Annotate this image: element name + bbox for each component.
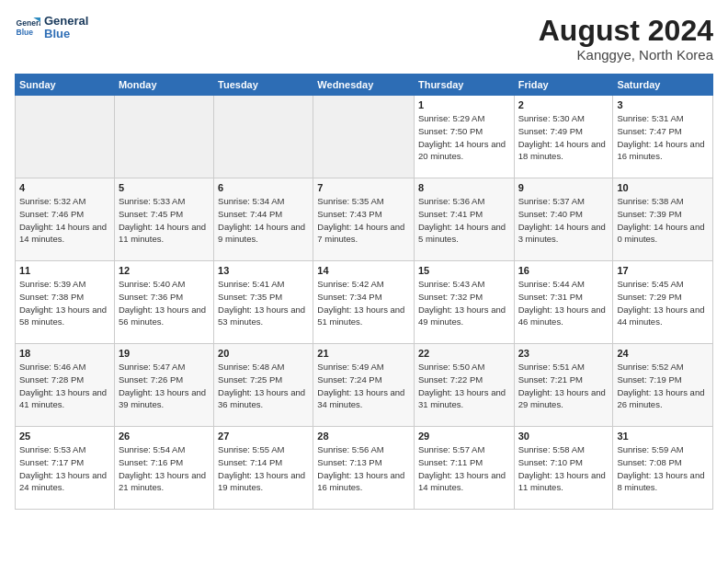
day-number: 10 [617,182,709,193]
day-number: 29 [418,431,510,442]
calendar-cell: 16Sunrise: 5:44 AMSunset: 7:31 PMDayligh… [514,261,613,344]
day-number: 22 [418,348,510,359]
day-number: 14 [317,265,410,276]
calendar-cell: 17Sunrise: 5:45 AMSunset: 7:29 PMDayligh… [613,261,713,344]
day-header-monday: Monday [114,75,213,96]
day-number: 3 [617,99,709,110]
day-info: Sunrise: 5:58 AMSunset: 7:10 PMDaylight:… [518,443,609,494]
day-info: Sunrise: 5:37 AMSunset: 7:40 PMDaylight:… [518,195,609,246]
day-info: Sunrise: 5:41 AMSunset: 7:35 PMDaylight:… [218,278,309,328]
calendar-cell: 19Sunrise: 5:47 AMSunset: 7:26 PMDayligh… [114,344,213,427]
calendar-cell [114,96,213,178]
calendar-cell [214,96,313,178]
calendar-cell: 4Sunrise: 5:32 AMSunset: 7:46 PMDaylight… [16,178,115,261]
calendar-cell: 22Sunrise: 5:50 AMSunset: 7:22 PMDayligh… [414,344,514,427]
calendar-cell: 3Sunrise: 5:31 AMSunset: 7:47 PMDaylight… [613,96,713,178]
day-number: 26 [119,431,210,442]
day-info: Sunrise: 5:38 AMSunset: 7:39 PMDaylight:… [617,195,709,246]
calendar-cell [16,96,115,178]
day-number: 2 [518,99,609,110]
calendar-cell: 8Sunrise: 5:36 AMSunset: 7:41 PMDaylight… [414,178,514,261]
calendar-cell: 30Sunrise: 5:58 AMSunset: 7:10 PMDayligh… [514,427,613,510]
page-header: General Blue General Blue August 2024 Ka… [15,15,713,63]
day-header-sunday: Sunday [16,75,115,96]
day-info: Sunrise: 5:52 AMSunset: 7:19 PMDaylight:… [617,361,709,411]
day-number: 19 [119,348,210,359]
calendar-cell: 23Sunrise: 5:51 AMSunset: 7:21 PMDayligh… [514,344,613,427]
day-header-thursday: Thursday [414,75,514,96]
day-number: 17 [617,265,709,276]
day-number: 28 [317,431,410,442]
calendar-cell: 31Sunrise: 5:59 AMSunset: 7:08 PMDayligh… [613,427,713,510]
day-info: Sunrise: 5:53 AMSunset: 7:17 PMDaylight:… [19,443,110,494]
day-number: 21 [317,348,410,359]
calendar-cell: 29Sunrise: 5:57 AMSunset: 7:11 PMDayligh… [414,427,514,510]
title-block: August 2024 Kanggye, North Korea [539,15,713,63]
logo-text: General Blue [44,15,88,41]
day-number: 9 [518,182,609,193]
calendar-cell: 12Sunrise: 5:40 AMSunset: 7:36 PMDayligh… [114,261,213,344]
day-header-tuesday: Tuesday [214,75,313,96]
day-number: 25 [19,431,110,442]
calendar-cell: 10Sunrise: 5:38 AMSunset: 7:39 PMDayligh… [613,178,713,261]
logo: General Blue General Blue [15,15,88,41]
day-number: 31 [617,431,709,442]
calendar-table: SundayMondayTuesdayWednesdayThursdayFrid… [15,74,713,510]
subtitle: Kanggye, North Korea [539,47,713,63]
day-info: Sunrise: 5:51 AMSunset: 7:21 PMDaylight:… [518,361,609,411]
calendar-cell: 13Sunrise: 5:41 AMSunset: 7:35 PMDayligh… [214,261,313,344]
day-info: Sunrise: 5:59 AMSunset: 7:08 PMDaylight:… [617,443,709,494]
svg-text:Blue: Blue [17,28,34,37]
calendar-cell: 20Sunrise: 5:48 AMSunset: 7:25 PMDayligh… [214,344,313,427]
day-info: Sunrise: 5:39 AMSunset: 7:38 PMDaylight:… [19,278,110,328]
calendar-week-4: 18Sunrise: 5:46 AMSunset: 7:28 PMDayligh… [16,344,713,427]
calendar-cell: 26Sunrise: 5:54 AMSunset: 7:16 PMDayligh… [114,427,213,510]
day-number: 18 [19,348,110,359]
calendar-cell: 15Sunrise: 5:43 AMSunset: 7:32 PMDayligh… [414,261,514,344]
calendar-cell: 5Sunrise: 5:33 AMSunset: 7:45 PMDaylight… [114,178,213,261]
day-number: 1 [418,99,510,110]
calendar-cell: 24Sunrise: 5:52 AMSunset: 7:19 PMDayligh… [613,344,713,427]
day-number: 7 [317,182,410,193]
day-info: Sunrise: 5:42 AMSunset: 7:34 PMDaylight:… [317,278,410,328]
main-title: August 2024 [539,15,713,47]
calendar-cell: 14Sunrise: 5:42 AMSunset: 7:34 PMDayligh… [313,261,415,344]
day-info: Sunrise: 5:55 AMSunset: 7:14 PMDaylight:… [218,443,309,494]
logo-general: General [44,15,88,28]
day-number: 16 [518,265,609,276]
day-number: 13 [218,265,309,276]
svg-text:General: General [17,19,40,29]
day-number: 27 [218,431,309,442]
day-info: Sunrise: 5:57 AMSunset: 7:11 PMDaylight:… [418,443,510,494]
calendar-cell: 11Sunrise: 5:39 AMSunset: 7:38 PMDayligh… [16,261,115,344]
calendar-cell: 6Sunrise: 5:34 AMSunset: 7:44 PMDaylight… [214,178,313,261]
day-info: Sunrise: 5:40 AMSunset: 7:36 PMDaylight:… [119,278,210,328]
day-number: 11 [19,265,110,276]
day-info: Sunrise: 5:35 AMSunset: 7:43 PMDaylight:… [317,195,410,246]
day-info: Sunrise: 5:46 AMSunset: 7:28 PMDaylight:… [19,361,110,411]
logo-blue: Blue [44,28,88,40]
calendar-cell: 21Sunrise: 5:49 AMSunset: 7:24 PMDayligh… [313,344,415,427]
day-info: Sunrise: 5:43 AMSunset: 7:32 PMDaylight:… [418,278,510,328]
calendar-week-3: 11Sunrise: 5:39 AMSunset: 7:38 PMDayligh… [16,261,713,344]
day-info: Sunrise: 5:33 AMSunset: 7:45 PMDaylight:… [119,195,210,246]
day-number: 8 [418,182,510,193]
day-info: Sunrise: 5:49 AMSunset: 7:24 PMDaylight:… [317,361,410,411]
day-number: 5 [119,182,210,193]
day-info: Sunrise: 5:50 AMSunset: 7:22 PMDaylight:… [418,361,510,411]
day-info: Sunrise: 5:44 AMSunset: 7:31 PMDaylight:… [518,278,609,328]
day-info: Sunrise: 5:29 AMSunset: 7:50 PMDaylight:… [418,112,510,163]
day-number: 30 [518,431,609,442]
calendar-week-1: 1Sunrise: 5:29 AMSunset: 7:50 PMDaylight… [16,96,713,178]
day-info: Sunrise: 5:48 AMSunset: 7:25 PMDaylight:… [218,361,309,411]
calendar-body: 1Sunrise: 5:29 AMSunset: 7:50 PMDaylight… [16,96,713,510]
day-number: 4 [19,182,110,193]
day-info: Sunrise: 5:34 AMSunset: 7:44 PMDaylight:… [218,195,309,246]
day-number: 23 [518,348,609,359]
day-info: Sunrise: 5:45 AMSunset: 7:29 PMDaylight:… [617,278,709,328]
calendar-cell: 27Sunrise: 5:55 AMSunset: 7:14 PMDayligh… [214,427,313,510]
day-info: Sunrise: 5:47 AMSunset: 7:26 PMDaylight:… [119,361,210,411]
calendar-cell: 2Sunrise: 5:30 AMSunset: 7:49 PMDaylight… [514,96,613,178]
day-number: 6 [218,182,309,193]
day-info: Sunrise: 5:31 AMSunset: 7:47 PMDaylight:… [617,112,709,163]
